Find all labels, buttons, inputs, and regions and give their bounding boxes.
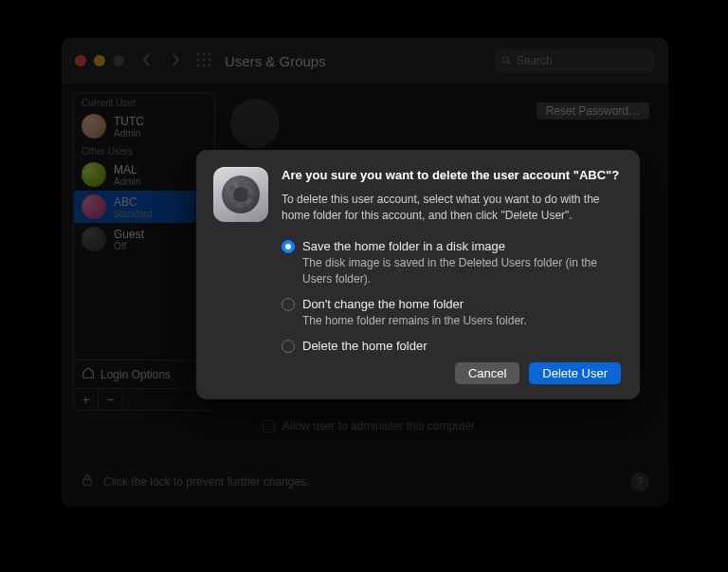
dialog-description: To delete this user account, select what…: [282, 192, 621, 225]
section-header-current: Current User: [74, 94, 214, 110]
svg-line-10: [508, 62, 511, 65]
remove-user-button[interactable]: −: [99, 389, 123, 410]
sidebar: Current User TUTC Admin Other Users MAL …: [62, 83, 215, 507]
avatar: [82, 114, 106, 138]
reset-password-button[interactable]: Reset Password…: [537, 102, 649, 120]
add-user-button[interactable]: +: [74, 389, 99, 410]
help-button[interactable]: ?: [630, 472, 649, 491]
house-icon: [82, 366, 95, 382]
show-all-icon[interactable]: [196, 52, 211, 70]
checkbox-icon[interactable]: [263, 420, 275, 433]
search-field[interactable]: [494, 49, 655, 72]
login-options-label: Login Options: [100, 368, 171, 381]
login-options[interactable]: Login Options: [74, 360, 214, 388]
avatar: [82, 162, 106, 187]
profile-avatar[interactable]: [230, 99, 280, 148]
option-subtext: The home folder remains in the Users fol…: [302, 313, 621, 329]
minimize-window-button[interactable]: [94, 55, 105, 66]
svg-point-1: [203, 52, 206, 55]
option-dont-change[interactable]: Don't change the home folder The home fo…: [282, 297, 621, 329]
user-item-selected[interactable]: ABC Standard: [74, 191, 214, 223]
user-name: Guest: [114, 228, 144, 241]
user-item-current[interactable]: TUTC Admin: [74, 110, 214, 142]
nav-arrows: [141, 53, 181, 69]
svg-point-2: [209, 52, 211, 55]
user-role: Off: [114, 241, 144, 251]
option-subtext: The disk image is saved in the Deleted U…: [302, 255, 621, 287]
user-item-guest[interactable]: Guest Off: [74, 223, 214, 255]
user-list: Current User TUTC Admin Other Users MAL …: [73, 93, 215, 411]
lock-icon: [81, 473, 94, 489]
svg-point-6: [197, 64, 200, 66]
add-remove-row: + −: [74, 388, 214, 410]
delete-user-button[interactable]: Delete User: [529, 362, 621, 384]
user-name: TUTC: [114, 115, 144, 128]
admin-checkbox-row[interactable]: Allow user to administer this computer: [263, 419, 475, 433]
user-role: Standard: [114, 209, 153, 219]
zoom-window-button[interactable]: [113, 55, 124, 66]
user-item[interactable]: MAL Admin: [74, 158, 214, 191]
system-prefs-icon: [213, 167, 268, 222]
svg-point-8: [209, 64, 211, 66]
svg-point-9: [502, 57, 508, 63]
radio-icon[interactable]: [282, 240, 295, 253]
option-delete-home[interactable]: Delete the home folder: [282, 339, 621, 353]
back-button[interactable]: [141, 53, 153, 69]
section-header-other: Other Users: [74, 142, 214, 158]
radio-icon[interactable]: [282, 340, 295, 353]
radio-icon[interactable]: [282, 298, 295, 311]
user-role: Admin: [114, 128, 144, 138]
search-icon: [501, 55, 512, 66]
avatar: [82, 194, 106, 219]
delete-user-dialog: Are you sure you want to delete the user…: [196, 150, 640, 399]
user-name: MAL: [114, 163, 140, 176]
svg-point-3: [197, 58, 200, 61]
option-label: Don't change the home folder: [302, 297, 464, 311]
option-label: Delete the home folder: [302, 339, 428, 353]
dialog-title: Are you sure you want to delete the user…: [282, 167, 621, 184]
option-save-disk-image[interactable]: Save the home folder in a disk image The…: [282, 239, 621, 287]
close-window-button[interactable]: [75, 55, 86, 66]
svg-point-0: [197, 52, 200, 55]
lock-text: Click the lock to prevent further change…: [103, 475, 309, 489]
dialog-options: Save the home folder in a disk image The…: [282, 239, 621, 352]
cancel-button[interactable]: Cancel: [455, 362, 519, 384]
user-role: Admin: [114, 176, 140, 187]
svg-point-4: [203, 58, 206, 61]
lock-row[interactable]: Click the lock to prevent further change…: [81, 473, 309, 489]
window-title: Users & Groups: [225, 53, 326, 69]
svg-point-7: [203, 64, 206, 66]
user-name: ABC: [114, 195, 153, 209]
search-input[interactable]: [517, 54, 647, 67]
forward-button[interactable]: [170, 53, 181, 69]
avatar: [82, 227, 106, 251]
svg-point-5: [209, 58, 211, 61]
option-label: Save the home folder in a disk image: [302, 239, 505, 253]
admin-checkbox-label: Allow user to administer this computer: [282, 419, 475, 433]
titlebar: Users & Groups: [62, 38, 668, 83]
window-controls: [75, 55, 124, 66]
svg-rect-11: [83, 479, 91, 485]
